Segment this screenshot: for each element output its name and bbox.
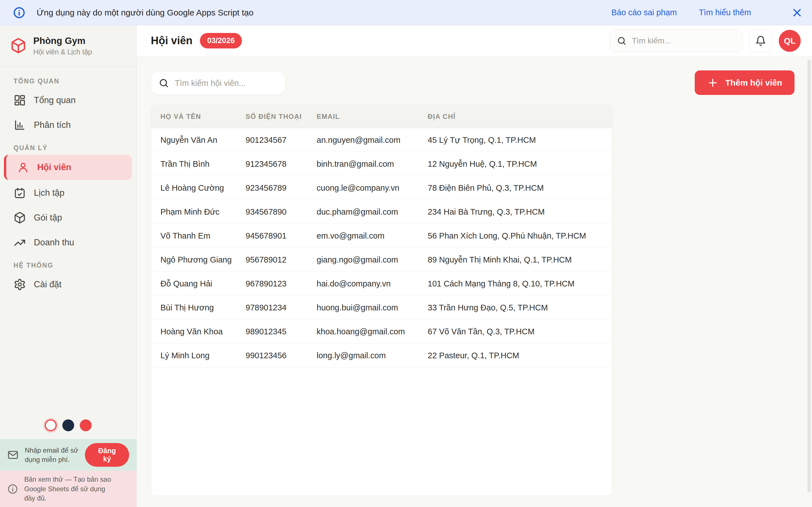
search-icon bbox=[158, 78, 169, 89]
preview-notice-banner: Bản xem thử — Tạo bản sao Google Sheets … bbox=[0, 471, 137, 507]
table-cell: 989012345 bbox=[246, 327, 317, 336]
table-cell: Nguyễn Văn An bbox=[160, 135, 246, 145]
sidebar-item-lich-tap[interactable]: Lịch tập bbox=[0, 180, 137, 205]
table-cell: 56 Phan Xích Long, Q.Phú Nhuận, TP.HCM bbox=[428, 231, 612, 240]
scrollbar[interactable] bbox=[808, 60, 811, 492]
table-cell: 967890123 bbox=[246, 279, 317, 288]
bell-icon bbox=[755, 35, 766, 47]
email-signup-banner: Nhập email để sử dụng miễn phí. Đăng ký bbox=[0, 439, 137, 471]
close-icon[interactable] bbox=[792, 7, 802, 18]
main-area: Hội viên 03/2026 QL bbox=[137, 25, 812, 507]
sidebar-item-label: Gói tập bbox=[34, 213, 62, 223]
user-icon bbox=[17, 161, 29, 173]
add-member-label: Thêm hội viên bbox=[725, 78, 782, 88]
theme-swatch-white[interactable] bbox=[45, 419, 57, 431]
sidebar-item-doanh-thu[interactable]: Doanh thu bbox=[0, 230, 137, 255]
table-row[interactable]: Phạm Minh Đức934567890duc.pham@gmail.com… bbox=[151, 200, 612, 224]
sidebar-item-hoi-vien[interactable]: Hội viên bbox=[4, 155, 132, 180]
sidebar-item-phan-tich[interactable]: Phân tích bbox=[0, 113, 137, 137]
main-header: Hội viên 03/2026 QL bbox=[137, 25, 812, 56]
add-member-button[interactable]: Thêm hội viên bbox=[695, 70, 795, 95]
member-search-input[interactable] bbox=[175, 78, 281, 88]
table-row[interactable]: Đỗ Quang Hải967890123hai.do@company.vn10… bbox=[151, 272, 612, 296]
table-cell: cuong.le@company.vn bbox=[317, 183, 428, 193]
learn-more-link[interactable]: Tìm hiểu thêm bbox=[699, 8, 751, 17]
table-cell: 901234567 bbox=[246, 135, 317, 145]
bar-chart-icon bbox=[13, 119, 26, 131]
app-subtitle: Hội viên & Lịch tập bbox=[33, 48, 92, 56]
preview-banner-text: Bản xem thử — Tạo bản sao Google Sheets … bbox=[24, 474, 117, 503]
member-search bbox=[151, 71, 285, 95]
sidebar-nav: TỔNG QUAN Tổng quan Phân tích QUẢN LÝ Hộ… bbox=[0, 66, 137, 413]
banner-text: Ứng dụng này do một người dùng Google Ap… bbox=[37, 8, 253, 17]
table-cell: 33 Trần Hưng Đạo, Q.5, TP.HCM bbox=[428, 303, 612, 313]
theme-swatch-red[interactable] bbox=[80, 419, 92, 431]
theme-swatch-navy[interactable] bbox=[62, 419, 74, 431]
section-label-overview: TỔNG QUAN bbox=[13, 77, 137, 85]
table-row[interactable]: Hoàng Văn Khoa989012345khoa.hoang@gmail.… bbox=[151, 320, 612, 344]
app-name: Phòng Gym bbox=[33, 36, 92, 46]
table-row[interactable]: Lê Hoàng Cường923456789cuong.le@company.… bbox=[151, 176, 612, 200]
column-header-email: EMAIL bbox=[317, 113, 428, 121]
trending-up-icon bbox=[13, 236, 26, 249]
members-table: HỌ VÀ TÊN SỐ ĐIỆN THOẠI EMAIL ĐỊA CHỈ Ng… bbox=[151, 105, 612, 496]
info-circle-icon bbox=[7, 484, 18, 494]
sidebar: Phòng Gym Hội viên & Lịch tập TỔNG QUAN … bbox=[0, 25, 137, 507]
column-header-address: ĐỊA CHỈ bbox=[428, 113, 612, 121]
table-cell: binh.tran@gmail.com bbox=[317, 159, 428, 169]
table-cell: 67 Võ Văn Tần, Q.3, TP.HCM bbox=[428, 327, 612, 336]
table-row[interactable]: Võ Thanh Em945678901em.vo@gmail.com56 Ph… bbox=[151, 224, 612, 248]
report-abuse-link[interactable]: Báo cáo sai phạm bbox=[612, 8, 677, 17]
table-cell: long.ly@gmail.com bbox=[317, 351, 428, 360]
app-logo-header: Phòng Gym Hội viên & Lịch tập bbox=[0, 25, 137, 66]
table-row[interactable]: Ngô Phương Giang956789012giang.ngo@gmail… bbox=[151, 248, 612, 272]
table-cell: 934567890 bbox=[246, 207, 317, 217]
avatar[interactable]: QL bbox=[779, 30, 801, 52]
section-label-manage: QUẢN LÝ bbox=[13, 144, 137, 152]
section-label-system: HỆ THỐNG bbox=[13, 262, 137, 269]
table-cell: 234 Hai Bà Trưng, Q.3, TP.HCM bbox=[428, 207, 612, 217]
search-icon bbox=[617, 36, 627, 46]
sidebar-item-label: Doanh thu bbox=[34, 237, 74, 247]
package-icon bbox=[13, 212, 26, 224]
table-cell: 956789012 bbox=[246, 255, 317, 265]
table-cell: Lê Hoàng Cường bbox=[160, 183, 246, 193]
table-cell: 990123456 bbox=[246, 351, 317, 360]
email-banner-text: Nhập email để sử dụng miễn phí. bbox=[25, 446, 85, 464]
table-row[interactable]: Lý Minh Long990123456long.ly@gmail.com22… bbox=[151, 344, 612, 368]
table-row[interactable]: Nguyễn Văn An901234567an.nguyen@gmail.co… bbox=[151, 128, 612, 152]
table-cell: Ngô Phương Giang bbox=[160, 255, 246, 265]
table-cell: 923456789 bbox=[246, 183, 317, 193]
table-cell: duc.pham@gmail.com bbox=[317, 207, 428, 217]
table-cell: 101 Cách Mạng Tháng 8, Q.10, TP.HCM bbox=[428, 279, 612, 288]
table-cell: 978901234 bbox=[246, 303, 317, 313]
global-search-input[interactable] bbox=[632, 36, 735, 45]
sidebar-item-goi-tap[interactable]: Gói tập bbox=[0, 205, 137, 230]
dashboard-icon bbox=[13, 94, 26, 107]
global-search bbox=[610, 30, 743, 52]
sidebar-item-label: Cài đặt bbox=[34, 279, 61, 290]
table-cell: 22 Pasteur, Q.1, TP.HCM bbox=[428, 351, 612, 360]
table-cell: 45 Lý Tự Trọng, Q.1, TP.HCM bbox=[428, 135, 612, 145]
table-cell: hai.do@company.vn bbox=[317, 279, 428, 288]
table-cell: Bùi Thị Hương bbox=[160, 303, 246, 313]
box-logo-icon bbox=[10, 38, 27, 54]
sidebar-item-cai-dat[interactable]: Cài đặt bbox=[0, 272, 137, 297]
table-cell: 912345678 bbox=[246, 159, 317, 169]
table-row[interactable]: Trần Thị Bình912345678binh.tran@gmail.co… bbox=[151, 152, 612, 176]
table-cell: Đỗ Quang Hải bbox=[160, 279, 246, 288]
sidebar-item-label: Phân tích bbox=[34, 120, 71, 130]
table-row[interactable]: Bùi Thị Hương978901234huong.bui@gmail.co… bbox=[151, 296, 612, 320]
table-cell: Trần Thị Bình bbox=[160, 159, 246, 169]
members-content: Thêm hội viên HỌ VÀ TÊN SỐ ĐIỆN THOẠI EM… bbox=[137, 56, 812, 507]
mail-icon bbox=[7, 449, 18, 460]
table-cell: Võ Thanh Em bbox=[160, 231, 246, 240]
sidebar-item-tong-quan[interactable]: Tổng quan bbox=[0, 88, 137, 113]
sidebar-item-label: Lịch tập bbox=[34, 188, 64, 198]
notifications-button[interactable] bbox=[749, 29, 772, 53]
table-cell: 89 Nguyễn Thị Minh Khai, Q.1, TP.HCM bbox=[428, 255, 612, 265]
month-badge: 03/2026 bbox=[200, 33, 242, 48]
column-header-name: HỌ VÀ TÊN bbox=[160, 113, 246, 121]
table-body: Nguyễn Văn An901234567an.nguyen@gmail.co… bbox=[151, 128, 612, 368]
signup-button[interactable]: Đăng ký bbox=[85, 443, 129, 467]
